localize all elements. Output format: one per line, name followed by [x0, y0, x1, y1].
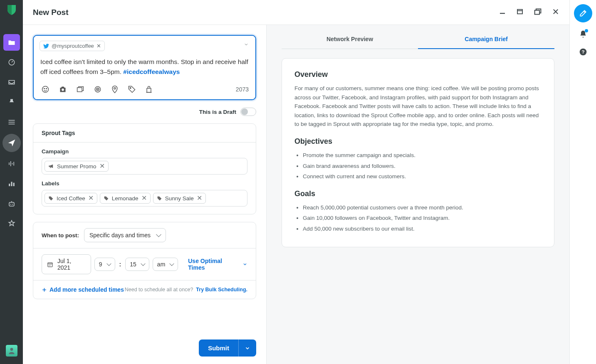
campaign-input[interactable]: Summer Promo ✕	[42, 158, 247, 175]
nav-item-reviews[interactable]	[3, 215, 20, 232]
nav-item-feed[interactable]	[3, 114, 20, 130]
window-restore-button[interactable]	[516, 8, 524, 17]
calendar-icon	[47, 261, 53, 268]
submit-dropdown-button[interactable]	[238, 339, 256, 357]
user-avatar[interactable]	[6, 345, 17, 357]
account-picker-caret[interactable]	[244, 42, 249, 48]
tag-icon[interactable]	[128, 85, 136, 93]
nav-item-listening[interactable]	[3, 155, 20, 172]
svg-rect-16	[517, 10, 522, 14]
minute-select[interactable]: 15	[125, 258, 149, 271]
nav-item-pin[interactable]	[3, 94, 20, 111]
time-colon: :	[119, 261, 122, 268]
approval-icon[interactable]	[145, 85, 153, 93]
gallery-icon[interactable]	[76, 86, 84, 93]
ampm-select[interactable]: am	[153, 258, 178, 271]
nav-item-dashboard[interactable]	[3, 54, 20, 71]
twitter-icon	[43, 44, 49, 49]
utility-rail: ?	[569, 0, 596, 364]
svg-rect-8	[9, 184, 10, 186]
nav-item-bot[interactable]	[3, 195, 20, 212]
composer-textarea[interactable]: Iced coffee isn't limited to only the wa…	[34, 55, 255, 83]
use-optimal-times-link[interactable]: Use Optimal Times	[188, 258, 247, 271]
objectives-heading: Objectives	[294, 137, 542, 146]
when-to-post-label: When to post:	[42, 232, 79, 239]
svg-rect-10	[13, 183, 14, 186]
label-tag[interactable]: Lemonade ✕	[100, 193, 151, 204]
when-to-post-select[interactable]: Specific days and times	[84, 228, 166, 242]
minimize-button[interactable]	[499, 8, 506, 17]
label-tag[interactable]: Sunny Sale ✕	[153, 193, 206, 204]
list-item: Gain 10,000 followers on Facebook, Twitt…	[303, 214, 542, 223]
svg-rect-23	[77, 88, 82, 92]
remove-tag-icon[interactable]: ✕	[99, 163, 105, 170]
svg-rect-9	[11, 182, 12, 187]
tag-icon	[104, 196, 109, 201]
tag-icon	[48, 196, 54, 201]
nav-item-reports[interactable]	[3, 175, 20, 192]
add-scheduled-times-link[interactable]: Add more scheduled times	[42, 286, 124, 293]
megaphone-icon	[48, 164, 54, 169]
composer-card: @mysproutcoffee ✕ Iced coffee isn't limi…	[33, 35, 256, 100]
camera-icon[interactable]	[59, 86, 67, 93]
nav-item-library[interactable]	[3, 34, 20, 51]
remove-tag-icon[interactable]: ✕	[141, 195, 147, 202]
submit-button[interactable]: Submit	[199, 339, 238, 357]
tab-campaign-brief[interactable]: Campaign Brief	[418, 32, 554, 49]
objectives-list: Promote the summer campaign and specials…	[294, 151, 542, 181]
remove-tag-icon[interactable]: ✕	[197, 195, 202, 202]
list-item: Promote the summer campaign and specials…	[303, 151, 542, 160]
remove-tag-icon[interactable]: ✕	[88, 195, 94, 202]
try-bulk-scheduling-link[interactable]: Try Bulk Scheduling.	[196, 287, 247, 293]
location-pin-icon[interactable]	[111, 85, 119, 93]
overview-heading: Overview	[294, 70, 542, 79]
window-cascade-button[interactable]	[534, 8, 542, 17]
target-icon[interactable]	[94, 85, 102, 93]
svg-rect-33	[51, 264, 51, 265]
bulk-schedule-hint: Need to schedule all at once? Try Bulk S…	[125, 287, 247, 293]
svg-text:?: ?	[581, 49, 584, 54]
notification-badge	[585, 29, 588, 32]
labels-input[interactable]: Iced Coffee ✕ Lemonade ✕ Sunny Sale	[42, 190, 247, 207]
svg-rect-4	[9, 162, 10, 165]
tab-network-preview[interactable]: Network Preview	[282, 32, 418, 49]
svg-rect-5	[10, 161, 11, 166]
compose-fab[interactable]	[574, 4, 592, 22]
goals-heading: Goals	[294, 189, 542, 198]
nav-item-inbox[interactable]	[3, 74, 20, 91]
help-button[interactable]: ?	[579, 48, 587, 57]
campaign-tag[interactable]: Summer Promo ✕	[45, 161, 109, 172]
draft-toggle[interactable]	[240, 108, 256, 116]
svg-point-12	[10, 204, 11, 204]
svg-point-19	[42, 86, 49, 93]
compose-modal: New Post @mysproutcoffee ✕	[23, 0, 569, 364]
svg-rect-1	[8, 120, 15, 121]
nav-item-publishing[interactable]	[2, 134, 21, 152]
svg-rect-7	[13, 162, 14, 166]
main-nav-rail	[0, 0, 23, 364]
svg-point-27	[114, 87, 116, 89]
close-button[interactable]	[552, 8, 559, 17]
campaign-label: Campaign	[42, 148, 247, 155]
list-item: Connect with current and new customers.	[303, 172, 542, 181]
remove-account-icon[interactable]: ✕	[96, 43, 101, 49]
hour-select[interactable]: 9	[94, 258, 115, 271]
notifications-button[interactable]	[579, 30, 587, 40]
svg-rect-2	[8, 122, 15, 123]
svg-point-21	[46, 89, 47, 89]
date-picker[interactable]: Jul 1, 2021	[42, 254, 91, 274]
emoji-icon[interactable]	[41, 85, 49, 93]
account-chip[interactable]: @mysproutcoffee ✕	[40, 41, 105, 51]
label-tag[interactable]: Iced Coffee ✕	[45, 193, 97, 204]
schedule-card: When to post: Specific days and times Ju…	[33, 222, 256, 299]
svg-rect-15	[500, 13, 505, 14]
svg-point-28	[130, 87, 131, 89]
svg-rect-35	[50, 266, 50, 266]
svg-point-20	[44, 89, 45, 89]
svg-rect-11	[9, 202, 14, 206]
svg-rect-31	[49, 264, 49, 265]
sprout-tags-card: Sprout Tags Campaign Summer Promo ✕ Labe…	[33, 123, 256, 214]
svg-rect-6	[12, 163, 12, 165]
chevron-down-icon	[242, 262, 247, 267]
svg-rect-18	[535, 10, 539, 15]
